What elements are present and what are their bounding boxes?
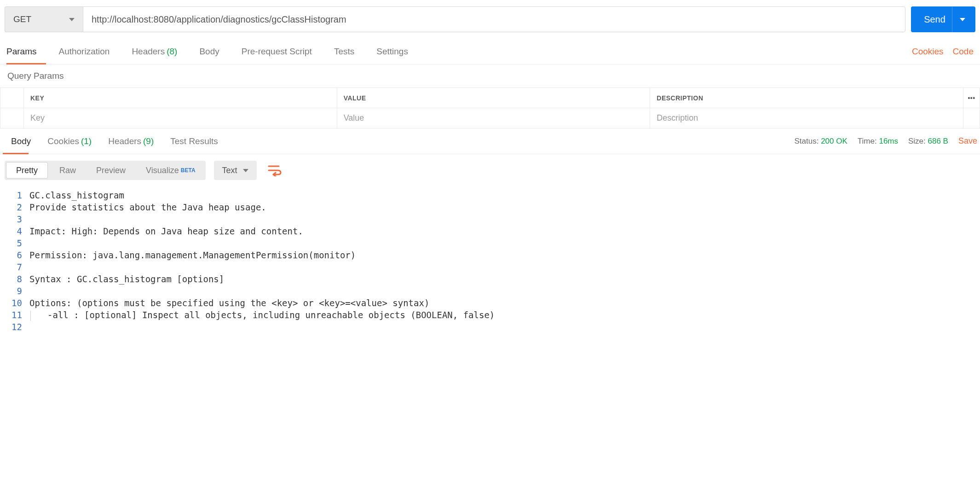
params-key-input[interactable] <box>30 113 330 123</box>
tab-response-headers[interactable]: Headers (9) <box>100 128 162 154</box>
tab-response-body[interactable]: Body <box>3 128 39 154</box>
response-tabs: Body Cookies (1) Headers (9) Test Result… <box>0 128 980 154</box>
tab-tests[interactable]: Tests <box>323 39 365 64</box>
http-method-select[interactable]: GET <box>5 6 83 32</box>
response-body-editor[interactable]: 123456789101112 GC.class_histogramProvid… <box>0 186 980 336</box>
view-pretty-button[interactable]: Pretty <box>6 162 48 179</box>
url-input[interactable] <box>83 6 905 32</box>
view-mode-group: Pretty Raw Preview VisualizeBETA <box>5 161 206 180</box>
tab-label: Headers <box>132 47 165 57</box>
params-desc-header: DESCRIPTION <box>650 88 963 108</box>
status-block: Status: 200 OK <box>795 137 847 146</box>
tab-label: Headers <box>108 136 141 146</box>
params-more-menu[interactable]: ••• <box>963 88 980 108</box>
tab-headers[interactable]: Headers (8) <box>121 39 188 64</box>
size-block: Size: 686 B <box>908 137 948 146</box>
visualize-label: Visualize <box>146 166 179 175</box>
code-link[interactable]: Code <box>953 47 974 57</box>
tab-response-test-results[interactable]: Test Results <box>162 128 226 154</box>
view-preview-button[interactable]: Preview <box>86 161 136 180</box>
params-value-input[interactable] <box>344 113 644 123</box>
tab-label: Body <box>199 47 219 57</box>
response-format-select[interactable]: Text <box>214 161 257 180</box>
params-checkbox-header <box>0 88 24 108</box>
params-row <box>0 108 980 128</box>
wrap-lines-button[interactable] <box>265 161 284 180</box>
response-view-bar: Pretty Raw Preview VisualizeBETA Text <box>0 154 980 186</box>
size-label: Size: <box>908 137 926 145</box>
request-links: Cookies Code <box>912 47 974 57</box>
tab-count: (9) <box>143 136 154 146</box>
params-header-row: KEY VALUE DESCRIPTION ••• <box>0 88 980 108</box>
request-tabs: Params Authorization Headers (8) Body Pr… <box>0 39 980 64</box>
chevron-down-icon <box>69 18 75 21</box>
cookies-link[interactable]: Cookies <box>912 47 944 57</box>
time-label: Time: <box>858 137 877 145</box>
request-bar: GET Send <box>0 0 980 39</box>
beta-badge: BETA <box>181 167 196 174</box>
wrap-icon <box>268 164 282 176</box>
tab-label: Pre-request Script <box>242 47 312 57</box>
tab-response-cookies[interactable]: Cookies (1) <box>39 128 100 154</box>
tab-body[interactable]: Body <box>188 39 230 64</box>
size-value: 686 B <box>928 137 948 145</box>
save-response-button[interactable]: Save <box>958 136 977 146</box>
format-value: Text <box>222 166 237 175</box>
tab-count: (8) <box>167 47 177 57</box>
tab-authorization[interactable]: Authorization <box>47 39 121 64</box>
http-method-value: GET <box>13 14 31 24</box>
params-checkbox-cell <box>0 108 24 128</box>
send-button[interactable]: Send <box>911 6 975 32</box>
tab-prerequest[interactable]: Pre-request Script <box>231 39 323 64</box>
tab-label: Authorization <box>58 47 110 57</box>
code-content: GC.class_histogramProvide statistics abo… <box>29 186 980 336</box>
view-visualize-button[interactable]: VisualizeBETA <box>136 161 206 180</box>
time-block: Time: 16ms <box>858 137 898 146</box>
tab-label: Body <box>11 136 31 146</box>
tab-label: Test Results <box>170 136 218 146</box>
tab-label: Tests <box>334 47 354 57</box>
send-dropdown-button[interactable] <box>952 6 973 32</box>
query-params-label: Query Params <box>0 64 980 88</box>
tab-label: Settings <box>376 47 408 57</box>
params-key-header: KEY <box>24 88 337 108</box>
chevron-down-icon <box>243 169 248 172</box>
view-raw-button[interactable]: Raw <box>49 161 86 180</box>
tab-count: (1) <box>81 136 92 146</box>
send-button-label: Send <box>914 14 945 25</box>
chevron-down-icon <box>960 18 965 21</box>
status-value: 200 OK <box>821 137 847 145</box>
tab-label: Params <box>6 47 36 57</box>
line-gutter: 123456789101112 <box>0 186 29 336</box>
tab-label: Cookies <box>47 136 79 146</box>
params-row-end <box>963 108 980 128</box>
status-label: Status: <box>795 137 819 145</box>
tab-params[interactable]: Params <box>6 39 47 64</box>
response-meta: Status: 200 OK Time: 16ms Size: 686 B Sa… <box>795 136 978 146</box>
time-value: 16ms <box>879 137 898 145</box>
tab-settings[interactable]: Settings <box>365 39 419 64</box>
params-value-header: VALUE <box>337 88 651 108</box>
params-desc-input[interactable] <box>657 113 957 123</box>
